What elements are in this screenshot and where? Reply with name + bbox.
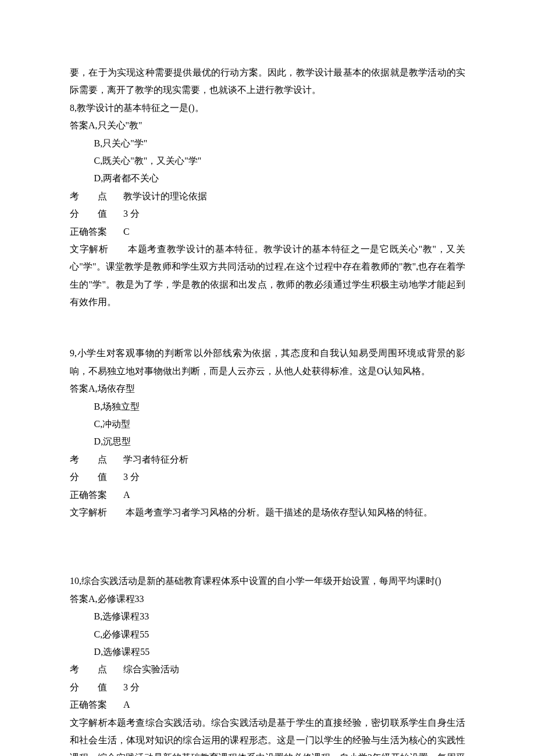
q9-zhengque-row: 正确答案 A [70,486,465,504]
q8-jiexi-text: 本题考查教学设计的基本特征。教学设计的基本特征之一是它既关心"教"，又关心"学"… [70,244,465,307]
q8-option-d: D,两者都不关心 [70,170,465,187]
q8-option-b: B,只关心"学" [70,135,465,152]
q9-option-c: C,冲动型 [70,415,465,433]
q9-option-a: 答案A,场依存型 [70,380,465,397]
q9-stem: 9,小学生对客观事物的判断常以外部线索为依据，其态度和自我认知易受周围环境或背景… [70,345,465,380]
q9-jiexi-text: 本题考查学习者学习风格的分析。题干描述的是场依存型认知风格的特征。 [126,507,433,517]
q10-kaodian-row: 考 点 综合实验活动 [70,661,465,678]
q10-zhengque-value: A [123,696,130,714]
q9-jiexi: 文字解析 本题考查学习者学习风格的分析。题干描述的是场依存型认知风格的特征。 [70,504,465,521]
q8-option-a: 答案A,只关心"教" [70,117,465,134]
q10-kaodian-value: 综合实验活动 [123,661,179,678]
q8-fenzhi-value: 3 分 [123,205,140,223]
q8-jiexi: 文字解析 本题考查教学设计的基本特征。教学设计的基本特征之一是它既关心"教"，又… [70,241,465,311]
kaodian-label: 考 点 [70,188,107,205]
q10-stem: 10,综合实践活动是新的基础教育课程体系中设置的自小学一年级开始设置，每周平均课… [70,572,465,590]
zhengque-label: 正确答案 [70,696,107,714]
q8-fenzhi-row: 分 值 3 分 [70,205,465,223]
q8-zhengque-value: C [123,223,130,241]
q10-option-a: 答案A,必修课程33 [70,590,465,608]
q10-zhengque-row: 正确答案 A [70,696,465,714]
fenzhi-label: 分 值 [70,205,107,223]
q10-fenzhi-row: 分 值 3 分 [70,679,465,696]
jiexi-label: 文字解析 [70,244,109,254]
zhengque-label: 正确答案 [70,223,107,241]
q9-kaodian-value: 学习者特征分析 [123,451,188,468]
fenzhi-label: 分 值 [70,468,107,486]
q10-option-b: B,选修课程33 [70,608,465,625]
q10-option-c: C,必修课程55 [70,626,465,643]
fenzhi-label: 分 值 [70,679,107,696]
zhengque-label: 正确答案 [70,486,107,504]
q10-jiexi: 文字解析本题考查综合实践活动。综合实践活动是基于学生的直接经验，密切联系学生自身… [70,714,465,757]
q8-stem: 8,教学设计的基本特征之一是()。 [70,99,465,117]
jiexi-label: 文字解析 [70,507,107,517]
q9-kaodian-row: 考 点 学习者特征分析 [70,451,465,468]
q9-fenzhi-value: 3 分 [123,468,140,486]
intro-text: 要，在于为实现这种需要提供最优的行动方案。因此，教学设计最基本的依据就是教学活动… [70,64,465,99]
q9-option-d: D,沉思型 [70,433,465,450]
q10-fenzhi-value: 3 分 [123,679,140,696]
document-page: 要，在于为实现这种需要提供最优的行动方案。因此，教学设计最基本的依据就是教学活动… [0,0,535,756]
q8-option-c: C,既关心"教"，又关心"学" [70,152,465,170]
q9-option-b: B,场独立型 [70,398,465,415]
kaodian-label: 考 点 [70,661,107,678]
q8-kaodian-value: 教学设计的理论依据 [123,188,207,205]
q10-option-d: D,选修课程55 [70,643,465,661]
q8-zhengque-row: 正确答案 C [70,223,465,241]
q8-kaodian-row: 考 点 教学设计的理论依据 [70,188,465,205]
kaodian-label: 考 点 [70,451,107,468]
q9-fenzhi-row: 分 值 3 分 [70,468,465,486]
q9-zhengque-value: A [123,486,130,504]
